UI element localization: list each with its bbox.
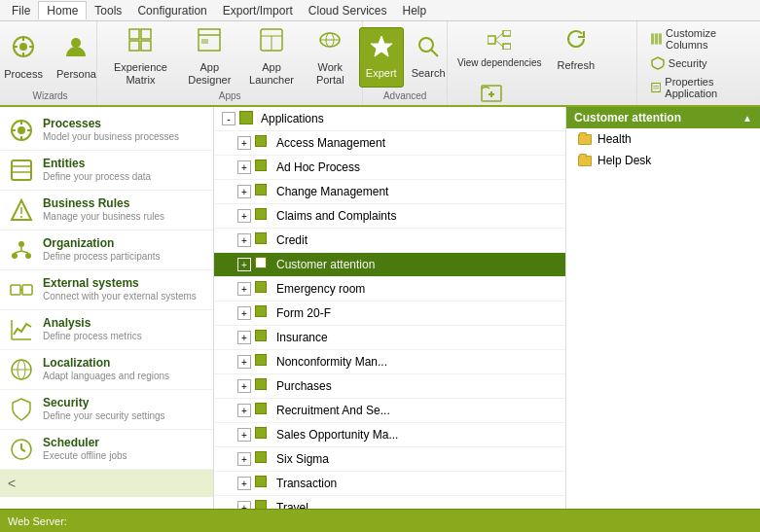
sidebar-item-security[interactable]: Security Define your security settings — [0, 390, 213, 430]
sidebar-item-external-systems[interactable]: External systems Connect with your exter… — [0, 270, 213, 310]
view-dependencies-label: View dependencies — [457, 57, 542, 69]
sidebar-item-entities[interactable]: Entities Define your process data — [0, 151, 213, 191]
svg-rect-55 — [11, 285, 20, 295]
list-item-access-management[interactable]: + Access Management — [214, 131, 565, 156]
menu-item-export-import[interactable]: Export/Import — [215, 2, 301, 19]
list-item-ad-hoc-process[interactable]: + Ad Hoc Process — [214, 156, 565, 180]
expand-icon-transaction[interactable]: + — [237, 477, 251, 490]
cube-icon-form20f — [255, 305, 271, 321]
scroll-up-icon[interactable]: ▲ — [742, 113, 752, 124]
ribbon-btn-refresh[interactable]: Refresh — [552, 25, 601, 74]
list-item-sales-opportunity[interactable]: + Sales Opportunity Ma... — [214, 423, 565, 447]
ribbon-right: Customize Columns Security Properties Ap… — [637, 21, 756, 105]
ribbon-btn-persona[interactable]: Persona — [51, 27, 102, 88]
security-ribbon-icon — [651, 56, 665, 70]
expand-icon-insurance[interactable]: + — [237, 331, 251, 344]
view-dependencies-icon — [488, 30, 511, 55]
status-bar: Web Server: — [0, 509, 760, 532]
expand-icon-claims[interactable]: + — [237, 209, 251, 223]
menu-item-help[interactable]: Help — [395, 2, 435, 19]
list-item-six-sigma[interactable]: + Six Sigma — [214, 447, 565, 472]
expand-icon-sales[interactable]: + — [237, 428, 251, 442]
transaction-label: Transaction — [276, 477, 337, 490]
ribbon-btn-security[interactable]: Security — [645, 54, 748, 72]
list-item-transaction[interactable]: + Transaction — [214, 472, 565, 496]
cube-icon-emergency — [255, 281, 271, 297]
ribbon-btn-expert[interactable]: Expert — [359, 27, 404, 88]
menu-item-cloud-services[interactable]: Cloud Services — [301, 2, 395, 19]
business-rules-subtitle: Manage your business rules — [43, 211, 164, 222]
cube-icon-nonconformity — [255, 354, 271, 370]
menu-item-file[interactable]: File — [4, 2, 38, 19]
expand-icon-purchases[interactable]: + — [237, 379, 251, 393]
expand-icon-applications[interactable]: - — [222, 112, 235, 125]
cube-icon-transaction — [255, 476, 271, 491]
sidebar-item-scheduler[interactable]: Scheduler Execute offline jobs — [0, 430, 213, 470]
expand-icon-travel[interactable]: + — [237, 501, 251, 509]
expand-icon-emergency[interactable]: + — [237, 282, 251, 296]
menu-item-home[interactable]: Home — [38, 1, 87, 19]
list-item-applications[interactable]: - Applications — [214, 107, 565, 131]
expert-icon — [369, 34, 394, 65]
list-item-travel[interactable]: + Travel — [214, 496, 565, 509]
ribbon-btn-properties-application[interactable]: Properties Application — [645, 74, 748, 101]
folder-icon-health — [578, 134, 592, 145]
security-sidebar-icon — [8, 396, 35, 423]
business-rules-title: Business Rules — [43, 196, 164, 210]
expand-icon-nonconformity[interactable]: + — [237, 355, 251, 369]
expand-icon-credit[interactable]: + — [237, 233, 251, 247]
list-item-emergency-room[interactable]: + Emergency room — [214, 277, 565, 301]
list-item-recruitment[interactable]: + Recruitment And Se... — [214, 399, 565, 423]
ribbon-btn-process[interactable]: Process — [0, 27, 49, 88]
expand-icon-change-management[interactable]: + — [237, 185, 251, 198]
ribbon-btn-work-portal[interactable]: Work Portal — [304, 27, 356, 88]
ribbon-btn-experience-matrix[interactable]: Experience Matrix — [103, 27, 178, 88]
svg-line-53 — [15, 251, 21, 253]
list-item-purchases[interactable]: + Purchases — [214, 374, 565, 399]
list-item-nonconformity[interactable]: + Nonconformity Man... — [214, 350, 565, 374]
content-list: - Applications + Access Management + Ad … — [214, 107, 565, 509]
sidebar-item-processes[interactable]: Processes Model your business processes — [0, 111, 213, 151]
external-systems-subtitle: Connect with your external systems — [43, 291, 197, 301]
sidebar-collapse-btn[interactable]: < — [0, 470, 213, 497]
ribbon-btn-app-launcher[interactable]: App Launcher — [241, 27, 302, 88]
security-subtitle: Define your security settings — [43, 410, 165, 421]
scheduler-subtitle: Execute offline jobs — [43, 450, 127, 461]
ribbon-btn-customize-columns[interactable]: Customize Columns — [645, 25, 748, 53]
six-sigma-label: Six Sigma — [276, 452, 329, 466]
analysis-text: Analysis Define process metrics — [43, 316, 142, 341]
svg-line-22 — [431, 50, 438, 56]
expand-icon-customer-attention[interactable]: + — [237, 258, 251, 271]
svg-rect-33 — [659, 33, 662, 44]
expand-icon-form20f[interactable]: + — [237, 306, 251, 320]
analysis-icon — [8, 316, 35, 343]
menu-item-tools[interactable]: Tools — [87, 2, 129, 19]
expand-icon-recruitment[interactable]: + — [237, 404, 251, 417]
list-item-customer-attention[interactable]: + Customer attention — [214, 253, 565, 277]
list-item-claims-complaints[interactable]: + Claims and Complaints — [214, 204, 565, 229]
ribbon-btn-search[interactable]: Search — [406, 27, 452, 88]
processes-icon — [8, 117, 35, 144]
sidebar-item-localization[interactable]: Localization Adapt languages and regions — [0, 350, 213, 390]
expand-icon-six-sigma[interactable]: + — [237, 452, 251, 466]
sidebar-item-business-rules[interactable]: Business Rules Manage your business rule… — [0, 191, 213, 231]
expand-icon-access-management[interactable]: + — [237, 136, 251, 150]
ribbon-btn-app-designer[interactable]: App Designer — [180, 27, 239, 88]
localization-title: Localization — [43, 356, 169, 370]
menu-item-configuration[interactable]: Configuration — [129, 2, 214, 19]
right-panel-item-health[interactable]: Health — [566, 128, 760, 150]
list-item-form-20f[interactable]: + Form 20-F — [214, 301, 565, 326]
sidebar-item-analysis[interactable]: Analysis Define process metrics — [0, 310, 213, 350]
entities-subtitle: Define your process data — [43, 171, 151, 182]
cube-icon-customer-attention — [255, 257, 271, 272]
cube-icon-travel — [255, 500, 271, 509]
list-item-insurance[interactable]: + Insurance — [214, 326, 565, 350]
list-item-change-management[interactable]: + Change Management — [214, 180, 565, 204]
right-panel-item-help-desk[interactable]: Help Desk — [566, 150, 760, 171]
sidebar-collapse-icon: < — [8, 476, 16, 491]
ribbon-btn-view-dependencies[interactable]: View dependencies — [452, 25, 548, 74]
sidebar-item-organization[interactable]: Organization Define process participants — [0, 231, 213, 270]
list-item-credit[interactable]: + Credit — [214, 229, 565, 253]
expand-icon-ad-hoc[interactable]: + — [237, 160, 251, 174]
svg-rect-9 — [129, 41, 139, 51]
